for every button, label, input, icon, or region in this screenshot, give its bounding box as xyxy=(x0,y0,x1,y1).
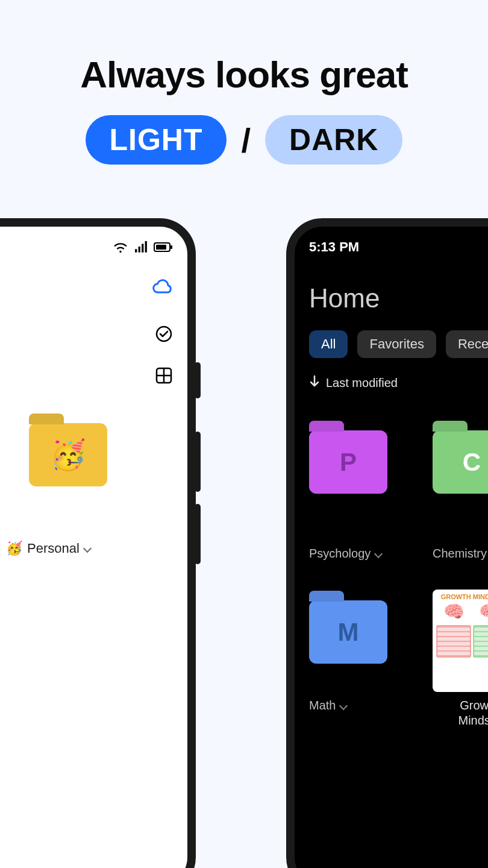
tab-recents[interactable]: Recents xyxy=(446,330,488,358)
folder-personal[interactable]: 🥳 xyxy=(29,423,107,486)
folder-label-emoji-icon: 🥳 xyxy=(6,541,22,556)
folder-chemistry[interactable]: C xyxy=(433,430,488,494)
phone-side-button xyxy=(195,504,201,564)
folder-label-chemistry[interactable]: Chemistry xyxy=(433,547,488,561)
folder-label-math[interactable]: Math xyxy=(309,699,402,712)
folder-psychology[interactable]: P xyxy=(309,430,387,494)
wifi-icon xyxy=(113,241,128,253)
svg-rect-2 xyxy=(156,245,166,250)
status-time: 5:13 PM xyxy=(309,239,359,255)
folder-label-text: Psychology xyxy=(309,547,371,561)
cloud-sync-icon[interactable] xyxy=(152,278,173,297)
folder-label-text: Chemistry xyxy=(433,547,487,561)
folder-label-text: Personal xyxy=(27,541,80,556)
folder-letter: C xyxy=(463,448,481,477)
chevron-down-icon xyxy=(339,701,348,709)
folder-label-psychology[interactable]: Psychology xyxy=(309,547,402,561)
svg-point-3 xyxy=(157,327,171,341)
chevron-down-icon xyxy=(83,544,92,553)
phone-side-button xyxy=(195,362,201,398)
sort-button[interactable]: Last modified xyxy=(309,375,488,391)
folder-emoji-icon: 🥳 xyxy=(50,438,86,472)
select-icon[interactable] xyxy=(155,325,173,345)
chevron-down-icon xyxy=(374,549,383,558)
note-label[interactable]: Growth Mindset xyxy=(433,698,488,728)
sort-arrow-down-icon xyxy=(309,375,320,391)
tab-favorites[interactable]: Favorites xyxy=(357,330,436,358)
dark-mode-pill: DARK xyxy=(265,115,402,165)
hero-section: Always looks great LIGHT / DARK xyxy=(0,0,488,165)
tab-all[interactable]: All xyxy=(309,330,348,358)
folder-letter: M xyxy=(338,618,359,647)
theme-pill-row: LIGHT / DARK xyxy=(0,115,488,165)
battery-icon xyxy=(154,242,173,253)
status-bar xyxy=(0,237,173,257)
grid-view-icon[interactable] xyxy=(155,366,173,387)
note-thumb-title: GROWTH MINDSET xyxy=(436,593,488,600)
light-mode-pill: LIGHT xyxy=(86,115,227,165)
folder-label-personal[interactable]: 🥳 Personal xyxy=(6,541,90,556)
phone-side-button xyxy=(195,432,201,492)
note-growth-mindset[interactable]: GROWTH MINDSET 🧠🧠 xyxy=(433,590,488,692)
folder-math[interactable]: M xyxy=(309,600,387,664)
svg-rect-1 xyxy=(170,245,172,249)
phone-frame-light: Recents C 🥳 xyxy=(0,218,196,868)
phone-frame-dark: 5:13 PM Home All Favorites Recents Last … xyxy=(286,218,488,868)
status-bar: 5:13 PM xyxy=(309,237,488,257)
brain-illustration-icon: 🧠🧠 xyxy=(436,603,488,621)
sort-label: Last modified xyxy=(326,376,398,390)
folder-label-text: Math xyxy=(309,699,336,712)
hero-title: Always looks great xyxy=(0,53,488,96)
pill-separator: / xyxy=(241,121,251,160)
page-title: Home xyxy=(309,283,488,313)
cellular-icon xyxy=(134,241,148,253)
folder-letter: P xyxy=(340,448,357,477)
